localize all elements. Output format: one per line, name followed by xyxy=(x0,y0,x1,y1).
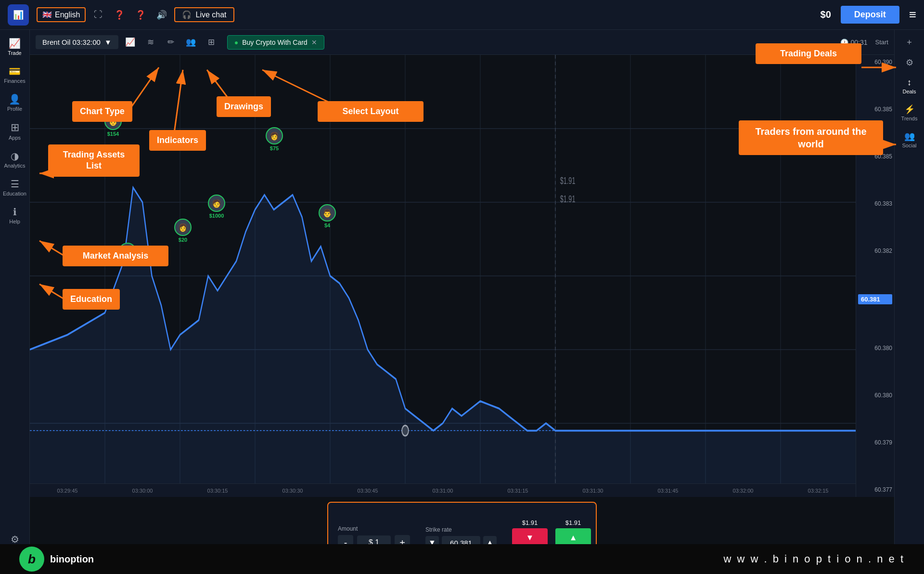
svg-text:$1.91: $1.91 xyxy=(560,175,576,186)
sidebar-item-apps[interactable]: ⊞ Apps xyxy=(0,117,29,144)
right-sidebar-settings[interactable]: ⚙ xyxy=(895,53,924,72)
right-sidebar-trends[interactable]: ⚡ Trends xyxy=(895,100,924,125)
deposit-button[interactable]: Deposit xyxy=(841,6,899,24)
right-sidebar-deals-label: Deals xyxy=(902,89,916,94)
drawings-btn[interactable]: ✏ xyxy=(163,34,179,51)
annotation-indicators: Indicators xyxy=(149,130,206,151)
svg-marker-15 xyxy=(30,187,856,497)
chart-type-btn[interactable]: 📈 xyxy=(122,34,139,51)
avatar-circle: 👩 xyxy=(266,127,283,144)
amount-label: Amount xyxy=(338,525,410,532)
livechat-label: Live chat xyxy=(195,11,226,19)
help-btn[interactable]: ❓ xyxy=(132,6,149,24)
indicators-btn[interactable]: ≋ xyxy=(142,34,159,51)
sidebar-label-education: Education xyxy=(3,191,26,196)
right-sidebar-social[interactable]: 👥 Social xyxy=(895,127,924,152)
time-3: 03:30:15 xyxy=(207,488,228,494)
avatar-circle: 👩 xyxy=(174,219,192,236)
time-1: 03:29:45 xyxy=(57,488,78,494)
price-level-2: 60.385 xyxy=(858,106,892,113)
help-icon: ℹ xyxy=(13,206,17,218)
sidebar-label-trade: Trade xyxy=(8,50,21,56)
right-sidebar: + ⚙ ↕ Deals ⚡ Trends 👥 Social xyxy=(894,30,924,574)
sidebar-label-apps: Apps xyxy=(9,135,21,141)
avatar-amount: $4 xyxy=(324,222,330,228)
chart-settings-icon: ⚙ xyxy=(906,57,913,68)
avatar-amount: $75 xyxy=(270,145,279,151)
avatar-circle: 🧑 xyxy=(208,195,225,212)
livechat-btn[interactable]: 🎧 Live chat xyxy=(174,7,234,22)
price-level-8: 60.380 xyxy=(858,392,892,399)
social-trading-btn[interactable]: 👥 xyxy=(183,34,199,51)
menu-button[interactable]: ≡ xyxy=(909,7,916,22)
sidebar-item-profile[interactable]: 👤 Profile xyxy=(0,90,29,116)
binoption-logo-icon: b xyxy=(19,547,44,572)
svg-point-18 xyxy=(402,426,409,436)
avatar-amount: $154 xyxy=(107,131,119,137)
volume-btn[interactable]: 🔊 xyxy=(153,6,170,24)
bottom-watermark: b binoption w w w . b i n o p t i o n . … xyxy=(0,544,924,574)
analytics-icon: ◑ xyxy=(11,150,19,162)
time-axis: 03:29:45 03:30:00 03:30:15 03:30:30 03:3… xyxy=(30,483,856,497)
sidebar-label-profile: Profile xyxy=(7,106,22,112)
left-sidebar: 📈 Trade 💳 Finances 👤 Profile ⊞ Apps ◑ An… xyxy=(0,30,30,574)
sidebar-label-analytics: Analytics xyxy=(4,163,25,169)
trends-icon: ⚡ xyxy=(904,104,915,115)
annotation-trading-deals: Trading Deals xyxy=(756,43,861,64)
avatar-amount: $20 xyxy=(179,237,187,243)
fullscreen-btn[interactable]: ⛶ xyxy=(90,6,107,24)
crypto-close-btn[interactable]: ✕ xyxy=(311,39,317,46)
watermark-logo: b binoption xyxy=(19,547,94,572)
annotation-education: Education xyxy=(63,289,120,310)
language-label: English xyxy=(55,11,80,19)
time-5: 03:30:45 xyxy=(358,488,378,494)
asset-name: Brent Oil 03:32:00 xyxy=(42,38,101,46)
sidebar-item-education[interactable]: ☰ Education xyxy=(0,174,29,200)
trader-avatar-5: 👩 $75 xyxy=(266,127,283,151)
info-btn[interactable]: ❓ xyxy=(111,6,128,24)
avatar-circle: 👨 xyxy=(319,204,336,222)
sidebar-label-finances: Finances xyxy=(4,78,26,84)
avatar-amount: $1000 xyxy=(209,213,224,219)
crypto-icon: ● xyxy=(234,39,238,46)
time-7: 03:31:15 xyxy=(508,488,528,494)
balance-display: $0 xyxy=(821,9,831,20)
price-level-7: 60.380 xyxy=(858,345,892,352)
right-sidebar-add[interactable]: + xyxy=(895,34,924,52)
time-10: 03:32:00 xyxy=(733,488,754,494)
right-sidebar-deals[interactable]: ↕ Deals xyxy=(895,74,924,98)
right-sidebar-trends-label: Trends xyxy=(901,116,918,121)
time-4: 03:30:30 xyxy=(282,488,303,494)
sell-rate: $1.91 xyxy=(512,519,548,526)
add-icon: + xyxy=(907,38,912,48)
time-11: 03:32:15 xyxy=(808,488,829,494)
settings-icon: ⚙ xyxy=(11,534,19,545)
chart-area: Brent Oil 03:32:00 ▼ 📈 ≋ ✏ 👥 ⊞ ● Buy Cry… xyxy=(30,30,894,574)
buy-rate: $1.91 xyxy=(555,519,591,526)
annotation-chart-type: Chart Type xyxy=(72,101,132,122)
logo[interactable]: 📊 xyxy=(8,4,29,26)
current-price-display: 60.381 xyxy=(858,294,892,304)
sidebar-item-analytics[interactable]: ◑ Analytics xyxy=(0,146,29,172)
annotation-select-layout: Select Layout xyxy=(318,101,424,122)
headset-icon: 🎧 xyxy=(182,10,192,19)
social-icon: 👥 xyxy=(904,131,915,142)
sidebar-item-help[interactable]: ℹ Help xyxy=(0,202,29,228)
binoption-logo-text: binoption xyxy=(50,554,94,565)
right-sidebar-social-label: Social xyxy=(902,143,917,148)
trader-avatar-3: 🧑 $1000 xyxy=(208,195,225,219)
time-6: 03:31:00 xyxy=(433,488,453,494)
sidebar-item-finances[interactable]: 💳 Finances xyxy=(0,62,29,88)
layout-btn[interactable]: ⊞ xyxy=(203,34,219,51)
annotation-traders-world: Traders from around the world xyxy=(739,120,883,155)
trader-avatar-2: 👩 $20 xyxy=(174,219,192,243)
language-selector[interactable]: 🇬🇧 English xyxy=(37,7,86,22)
dropdown-chevron: ▼ xyxy=(104,38,112,46)
time-9: 03:31:45 xyxy=(658,488,679,494)
apps-icon: ⊞ xyxy=(11,121,19,134)
crypto-banner[interactable]: ● Buy Crypto With Card ✕ xyxy=(227,35,324,50)
sidebar-item-trade[interactable]: 📈 Trade xyxy=(0,34,29,60)
deals-icon: ↕ xyxy=(907,78,911,88)
sidebar-label-help: Help xyxy=(9,219,20,224)
asset-selector[interactable]: Brent Oil 03:32:00 ▼ xyxy=(36,35,118,49)
